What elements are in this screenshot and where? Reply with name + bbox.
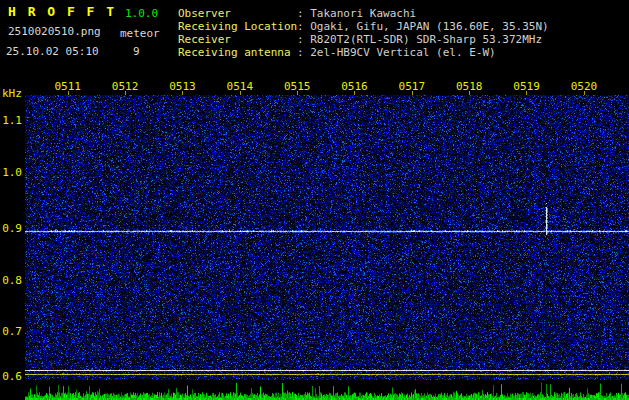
frequency-unit-label: kHz <box>2 87 22 100</box>
output-filename: 2510020510.png <box>8 25 101 38</box>
info-label: Receiver <box>178 33 297 46</box>
mode-label: meteor <box>120 27 160 40</box>
y-tick-label: 0.6 <box>0 370 22 383</box>
info-colon: : <box>297 7 310 20</box>
info-row: Observer: Takanori Kawachi <box>178 7 549 20</box>
app-title: H R O F F T <box>8 4 116 19</box>
y-tick-label: 1.1 <box>0 114 22 127</box>
info-row: Receiving Location: Ogaki, Gifu, JAPAN (… <box>178 20 549 33</box>
info-row: Receiving antenna: 2el-HB9CV Vertical (e… <box>178 46 549 59</box>
info-colon: : <box>297 20 310 33</box>
info-value: Ogaki, Gifu, JAPAN (136.60E, 35.35N) <box>310 20 548 33</box>
y-tick-label: 0.9 <box>0 222 22 235</box>
info-colon: : <box>297 46 310 59</box>
info-value: Takanori Kawachi <box>310 7 416 20</box>
app-version: 1.0.0 <box>125 7 158 20</box>
y-tick-label: 0.7 <box>0 325 22 338</box>
info-value: 2el-HB9CV Vertical (el. E-W) <box>310 46 495 59</box>
info-label: Observer <box>178 7 297 20</box>
y-tick-label: 1.0 <box>0 166 22 179</box>
time-axis: 0511051205130514051505160517051805190520 <box>0 80 629 95</box>
info-value: R820T2(RTL-SDR) SDR-Sharp 53.372MHz <box>310 33 542 46</box>
echo-count: 9 <box>133 45 140 58</box>
timestamp: 25.10.02 05:10 <box>6 45 99 58</box>
info-colon: : <box>297 33 310 46</box>
info-row: Receiver: R820T2(RTL-SDR) SDR-Sharp 53.3… <box>178 33 549 46</box>
signal-strength-strip <box>25 381 629 400</box>
info-label: Receiving antenna <box>178 46 297 59</box>
station-info: Observer: Takanori KawachiReceiving Loca… <box>178 7 549 59</box>
info-label: Receiving Location <box>178 20 297 33</box>
spectrogram-canvas <box>25 95 629 380</box>
hrofft-window: H R O F F T 1.0.0 2510020510.png meteor … <box>0 0 629 400</box>
y-tick-label: 0.8 <box>0 274 22 287</box>
